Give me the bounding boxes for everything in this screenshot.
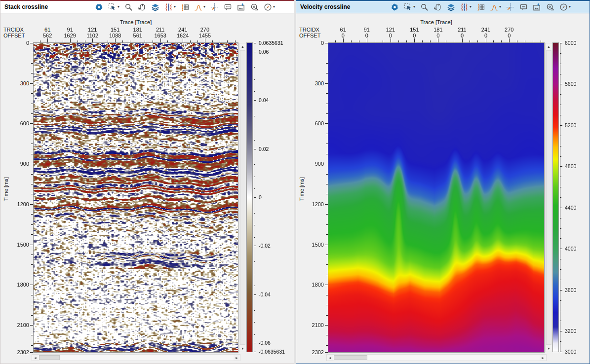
horizontal-scrollbar[interactable]: ◄ ► — [326, 354, 547, 361]
colorbar-minor-tick — [254, 322, 255, 323]
scroll-right-button[interactable]: ► — [234, 355, 240, 361]
x-minor-tick — [525, 40, 525, 42]
x-minor-tick — [406, 40, 407, 42]
horizontal-scroll-thumb[interactable] — [39, 355, 60, 360]
x-minor-tick — [130, 40, 130, 42]
time-tick — [325, 245, 328, 245]
vertical-scroll-thumb[interactable] — [240, 50, 245, 345]
offset-value: 1455 — [193, 33, 217, 38]
scroll-right-button[interactable]: ► — [540, 355, 546, 361]
colorbar-tick-label: -0.04 — [259, 291, 271, 297]
select-tool-button[interactable]: ▾ — [107, 1, 120, 12]
annotation-bubble-button[interactable] — [223, 1, 233, 12]
offset-value: 0 — [426, 33, 450, 38]
measure-tape-button[interactable] — [545, 1, 555, 12]
trcidx-value: 61 — [35, 27, 60, 33]
colorbar-tick-label: 0.02 — [259, 146, 269, 152]
colorbar-tick-label: 6000 — [565, 40, 576, 46]
offset-value: 0 — [497, 33, 521, 38]
horizontal-scrollbar[interactable]: ◄ ► — [32, 354, 240, 361]
colorbar-tick — [254, 294, 256, 295]
horizontal-scroll-thumb[interactable] — [334, 355, 367, 360]
wiggle-display-icon — [164, 3, 173, 11]
colorbar-minor-tick — [254, 310, 255, 311]
scroll-left-button[interactable]: ◄ — [327, 355, 333, 361]
x-minor-tick — [375, 40, 375, 42]
x-tick — [92, 38, 93, 42]
offset-row-label: OFFSET — [3, 33, 25, 38]
time-minor-tick — [326, 144, 328, 144]
scroll-up-button[interactable]: ▲ — [239, 43, 246, 50]
crosshair-tracking-button[interactable] — [505, 1, 515, 12]
histogram-button[interactable]: ▾ — [489, 1, 502, 12]
dropdown-caret-icon: ▾ — [470, 5, 472, 9]
amplitude-colorbar[interactable] — [247, 43, 252, 352]
scroll-down-button[interactable]: ▼ — [239, 345, 246, 352]
layers-button[interactable] — [446, 1, 456, 12]
zoom-magnifier-button[interactable] — [123, 1, 134, 12]
time-tick — [30, 83, 33, 84]
zoom-magnifier-button[interactable] — [419, 1, 430, 12]
x-tick — [367, 38, 367, 42]
trcidx-value: 61 — [331, 27, 355, 33]
offset-row-label: OFFSET — [299, 33, 320, 38]
scroll-down-button[interactable]: ▼ — [546, 345, 552, 352]
wiggle-display-button[interactable]: ▾ — [163, 1, 177, 12]
time-tick-label: 600 — [302, 120, 324, 126]
annotation-bubble-button[interactable] — [518, 1, 529, 12]
table-grid-button[interactable] — [475, 1, 486, 12]
offset-value: 0 — [378, 33, 403, 38]
table-grid-button[interactable] — [180, 1, 190, 12]
crosshair-tracking-button[interactable] — [209, 1, 220, 12]
velocity-panel-titlebar[interactable]: Velocity crossline ▾▾▾▾ — [296, 1, 590, 13]
trcidx-value: 241 — [170, 27, 195, 33]
compass-button[interactable]: ▾ — [263, 1, 276, 12]
offset-value: 561 — [125, 33, 150, 38]
measure-tape-button[interactable] — [249, 1, 260, 12]
wiggle-display-button[interactable]: ▾ — [459, 1, 472, 12]
time-minor-tick — [326, 63, 328, 64]
time-minor-tick — [326, 93, 328, 94]
scroll-left-button[interactable]: ◄ — [32, 355, 39, 361]
compass-button[interactable]: ▾ — [558, 1, 572, 12]
compass-icon — [264, 3, 272, 11]
vertical-scrollbar[interactable]: ▲ ▼ — [239, 43, 246, 352]
colorbar-minor-tick — [254, 237, 255, 238]
mouse-pointer-button[interactable] — [433, 1, 443, 12]
colorbar-tick — [254, 100, 256, 101]
colorbar-tick-label: 5200 — [565, 122, 576, 128]
colorbar-tick — [254, 43, 256, 43]
settings-gear-button[interactable] — [390, 1, 400, 12]
time-tick-label: 1500 — [302, 242, 324, 248]
seismic-stack-image[interactable] — [34, 43, 238, 352]
time-minor-tick — [326, 345, 328, 346]
x-minor-tick — [430, 40, 431, 42]
histogram-button[interactable]: ▾ — [193, 1, 206, 12]
wiggle-display-icon — [460, 3, 469, 11]
time-tick — [325, 123, 328, 124]
stack-panel-titlebar[interactable]: Stack crossline ▾▾▾▾ — [0, 1, 294, 13]
histogram-icon — [194, 3, 202, 11]
colorbar-tick-label: -0.06 — [259, 340, 271, 346]
export-image-button[interactable] — [532, 1, 542, 12]
settings-gear-button[interactable] — [94, 1, 104, 12]
velocity-image[interactable] — [328, 43, 544, 352]
time-tick — [325, 164, 328, 164]
vertical-scroll-thumb[interactable] — [546, 50, 551, 345]
time-minor-tick — [31, 315, 33, 316]
velocity-colorbar[interactable] — [553, 43, 558, 352]
select-tool-button[interactable]: ▾ — [403, 1, 416, 12]
x-tick — [160, 38, 161, 42]
time-tick-label: 1500 — [7, 242, 29, 248]
x-tick — [138, 38, 138, 42]
colorbar-minor-tick — [560, 156, 561, 157]
layers-button[interactable] — [150, 1, 160, 12]
scroll-up-button[interactable]: ▲ — [546, 43, 552, 50]
x-tick — [438, 38, 438, 42]
colorbar-tick-label: 0.0635631 — [259, 40, 283, 46]
velocity-panel-content: Trace [Trace] TRCIDX OFFSET Time [ms] ▲ … — [296, 13, 590, 363]
trcidx-value: 181 — [125, 27, 150, 33]
export-image-button[interactable] — [236, 1, 246, 12]
mouse-pointer-button[interactable] — [137, 1, 147, 12]
vertical-scrollbar[interactable]: ▲ ▼ — [545, 43, 552, 352]
